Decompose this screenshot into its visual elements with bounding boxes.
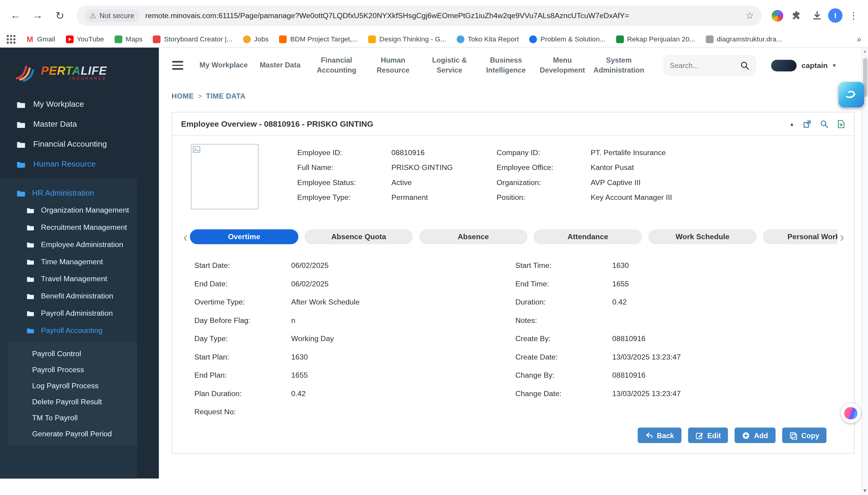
folder-icon	[26, 327, 34, 333]
topnav-items: My Workplace Master Data Financial Accou…	[198, 55, 645, 75]
sidebar-item-label: Recruitment Management	[41, 223, 127, 231]
extensions-puzzle-icon[interactable]	[788, 7, 806, 24]
sidebar-item-delete-payroll-result[interactable]: Delete Payroll Result	[8, 394, 138, 410]
topnav-item-menu-development[interactable]: Menu Development	[536, 55, 588, 75]
bookmark-star-icon[interactable]: ☆	[746, 10, 754, 21]
sidebar-item-label: Benefit Administration	[41, 292, 113, 300]
url-text[interactable]: remote.minovais.com:61115/Page/pamanage?…	[145, 12, 740, 20]
bookmark-design-thinking[interactable]: Design Thinking - G...	[368, 35, 446, 43]
copy-icon	[789, 431, 797, 439]
topnav-item-financial-accounting[interactable]: Financial Accounting	[311, 55, 363, 75]
sidebar-item-master-data[interactable]: Master Data	[0, 114, 159, 134]
bookmark-bdm[interactable]: BDM Project Target,...	[279, 35, 357, 43]
bookmark-rekap[interactable]: Rekap Penjualan 20...	[616, 35, 695, 43]
tab-work-schedule[interactable]: Work Schedule	[648, 229, 757, 244]
collapse-icon[interactable]: ▲	[790, 121, 794, 126]
sidebar-item-my-workplace[interactable]: My Workplace	[0, 94, 159, 114]
profile-avatar[interactable]: I	[828, 8, 843, 23]
downloads-icon[interactable]	[808, 7, 826, 24]
sidebar-item-time-management[interactable]: Time Management	[0, 253, 137, 270]
scrollbar-up-arrow[interactable]: ▲	[862, 48, 868, 55]
field-label: Overtime Type:	[194, 298, 291, 306]
employee-fields: Employee ID:08810916 Full Name:PRISKO GI…	[297, 144, 843, 209]
sidebar-item-payroll-administration[interactable]: Payroll Administration	[0, 305, 137, 322]
add-button[interactable]: Add	[735, 428, 775, 443]
logo-secondary: LIFE	[81, 64, 107, 77]
back-arrow-icon	[645, 431, 653, 439]
export-icon[interactable]	[837, 119, 845, 128]
sidebar-item-hr-administration[interactable]: HR Administration	[0, 184, 137, 202]
user-avatar[interactable]	[771, 59, 796, 71]
sidebar-item-benefit-administration[interactable]: Benefit Administration	[0, 288, 137, 305]
sidebar-item-payroll-control[interactable]: Payroll Control	[8, 346, 138, 362]
search-record-icon[interactable]	[820, 119, 829, 128]
breadcrumb-current[interactable]: TIME DATA	[206, 92, 246, 100]
tab-overtime[interactable]: Overtime	[190, 229, 298, 244]
topnav-item-logistic-service[interactable]: Logistic & Service	[423, 55, 475, 75]
bookmark-jobs[interactable]: Jobs	[243, 35, 269, 43]
sidebar-item-financial-accounting[interactable]: Financial Accounting	[0, 134, 159, 154]
topnav-item-system-administration[interactable]: System Administration	[593, 55, 645, 75]
sidebar-item-organization-management[interactable]: Organization Management	[0, 202, 137, 219]
bookmark-diagram[interactable]: diagramstruktur.dra...	[706, 35, 782, 43]
card-header-icons: ▲	[790, 119, 845, 128]
tab-absence[interactable]: Absence	[419, 229, 528, 244]
bookmark-maps[interactable]: Maps	[114, 35, 143, 43]
chrome-menu-icon[interactable]: ⋮	[845, 7, 863, 24]
tab-personal-work-schedule[interactable]: Personal Work S	[763, 229, 837, 244]
broken-image-icon	[193, 146, 201, 154]
field-value: 08810916	[612, 371, 645, 379]
search-input[interactable]	[670, 61, 740, 69]
sidebar-item-employee-administration[interactable]: Employee Administration	[0, 236, 137, 253]
bookmark-youtube[interactable]: YouTube	[66, 35, 104, 43]
bookmark-gmail[interactable]: MGmail	[26, 35, 55, 43]
topnav-item-master-data[interactable]: Master Data	[254, 60, 306, 70]
copy-button[interactable]: Copy	[782, 428, 826, 443]
sidebar-item-payroll-process[interactable]: Payroll Process	[8, 362, 138, 378]
field-row: Start Date:06/02/2025	[194, 256, 515, 275]
sidebar-item-payroll-accounting[interactable]: Payroll Accounting	[0, 322, 137, 339]
topnav-item-human-resource[interactable]: Human Resource	[367, 55, 419, 75]
bookmark-toko-kita[interactable]: Toko Kita Report	[457, 35, 519, 43]
chevron-down-icon: ▾	[833, 62, 836, 69]
url-bar[interactable]: ⚠ Not secure remote.minovais.com:61115/P…	[76, 5, 762, 26]
topnav-item-my-workplace[interactable]: My Workplace	[198, 60, 250, 70]
bookmark-problem-solution[interactable]: Problem & Solution...	[530, 35, 606, 43]
sidebar-item-human-resource[interactable]: Human Resource	[0, 154, 159, 174]
sidebar-item-generate-payroll-period[interactable]: Generate Payroll Period	[8, 426, 138, 442]
bookmark-storyboard[interactable]: Storyboard Creator |...	[153, 35, 232, 43]
field-label: Day Type:	[194, 335, 291, 343]
sidebar-item-travel-management[interactable]: Travel Management	[0, 270, 137, 288]
field-value: Permanent	[391, 193, 428, 201]
bookmarks-overflow-icon[interactable]: »	[857, 34, 861, 44]
ai-extension-icon[interactable]	[768, 7, 786, 24]
back-button[interactable]: Back	[637, 428, 681, 443]
field-row: Full Name:PRISKO GINTING	[297, 160, 497, 175]
tab-attendance[interactable]: Attendance	[534, 229, 642, 244]
field-label: Start Date:	[194, 261, 291, 270]
back-icon[interactable]: ←	[5, 5, 25, 25]
forward-icon[interactable]: →	[28, 5, 48, 25]
tabs-scroll-left-icon[interactable]: ‹	[181, 230, 190, 243]
tabs-scroll-right-icon[interactable]: ›	[837, 230, 846, 243]
topnav-item-business-intelligence[interactable]: Business Intelligence	[480, 55, 532, 75]
ai-assistant-button[interactable]	[841, 403, 861, 423]
sheet-favicon	[616, 35, 624, 43]
not-secure-chip[interactable]: ⚠ Not secure	[84, 9, 140, 22]
breadcrumb-home[interactable]: HOME	[172, 92, 194, 100]
sidebar-item-log-payroll-process[interactable]: Log Payroll Process	[8, 378, 138, 394]
tab-absence-quota[interactable]: Absence Quota	[304, 229, 413, 244]
sidebar-item-recruitment-management[interactable]: Recruitment Management	[0, 219, 137, 236]
capture-extension-button[interactable]	[839, 82, 864, 107]
edit-button[interactable]: Edit	[688, 428, 728, 443]
popout-icon[interactable]	[803, 119, 812, 128]
bookmark-label: BDM Project Target,...	[290, 35, 358, 43]
hamburger-menu-icon[interactable]	[172, 61, 183, 70]
search-icon[interactable]	[740, 61, 749, 70]
sidebar-item-tm-to-payroll[interactable]: TM To Payroll	[8, 410, 138, 426]
field-label: End Time:	[515, 280, 612, 288]
apps-grid-icon[interactable]	[7, 34, 15, 43]
user-menu[interactable]: captain ▾	[771, 59, 836, 71]
reload-icon[interactable]: ↻	[50, 5, 70, 25]
scroll-bottom-arrow[interactable]: ▼	[863, 488, 867, 494]
